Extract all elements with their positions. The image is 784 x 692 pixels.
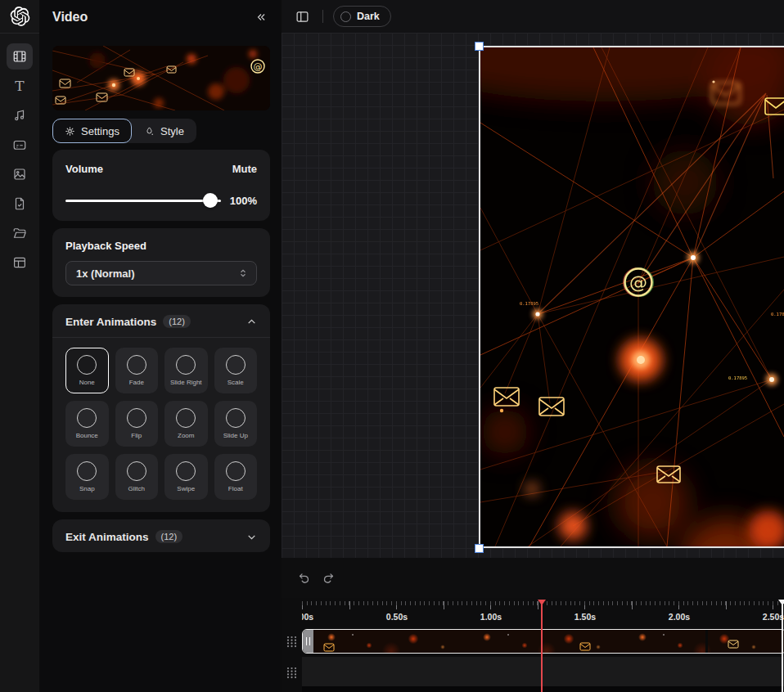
ruler-label-1: 0.50s (386, 612, 408, 622)
sidebar-item-projects[interactable] (7, 220, 33, 246)
folder-icon (12, 226, 27, 240)
sidebar-item-video[interactable] (7, 43, 33, 70)
timeline-tracks: 0.00s 0.50s 1.00s 1.50s 2.00s 2.50s (302, 598, 784, 692)
main-area: Dark (282, 0, 784, 692)
captions-icon (12, 137, 27, 152)
playback-speed-value: 1x (Normal) (76, 267, 135, 280)
animation-option-scale[interactable]: Scale (214, 348, 258, 393)
animation-preview-circle (77, 408, 97, 428)
animation-option-snap[interactable]: Snap (65, 454, 109, 500)
envelope-icon (323, 643, 335, 652)
chevron-up-icon (246, 317, 257, 327)
resize-handle-top-left[interactable] (475, 42, 484, 51)
undo-icon (297, 571, 311, 585)
animation-preview-circle (77, 461, 97, 481)
volume-label: Volume (65, 163, 103, 175)
exit-animations-header[interactable]: Exit Animations (12) (52, 519, 270, 552)
playhead[interactable] (541, 600, 543, 692)
animation-option-flip[interactable]: Flip (115, 401, 159, 447)
sidebar-item-media[interactable] (7, 161, 33, 187)
sidebar-item-files[interactable] (7, 191, 33, 217)
exit-animations-count: (12) (155, 530, 183, 543)
canvas-video-element[interactable]: @ 0.17895 0.17895 0.17895 (479, 46, 784, 548)
ruler-label-0: 0.00s (302, 612, 313, 622)
clip-filmstrip (313, 630, 784, 653)
exit-animations-title: Exit Animations (65, 531, 149, 543)
timeline-video-clip[interactable] (302, 629, 784, 654)
timeline-empty-track[interactable] (302, 657, 784, 686)
volume-slider-knob[interactable] (203, 193, 218, 208)
theme-dark-button[interactable]: Dark (333, 6, 391, 27)
animation-option-none[interactable]: None (65, 348, 109, 393)
video-thumbnail[interactable]: @ (52, 46, 270, 110)
sidebar-item-layout[interactable] (7, 249, 33, 276)
sidebar-item-captions[interactable] (7, 132, 33, 158)
tab-settings-label: Settings (81, 125, 119, 137)
collapse-panel-button[interactable] (252, 8, 270, 26)
select-chevrons-icon (238, 268, 248, 278)
animation-option-fade[interactable]: Fade (115, 348, 159, 393)
track-drag-handle-empty[interactable] (286, 667, 297, 682)
animation-preview-circle (226, 461, 246, 481)
paint-drop-icon (144, 126, 155, 137)
history-toolbar (282, 558, 784, 598)
volume-slider[interactable] (65, 193, 221, 208)
animation-preview-circle (127, 355, 146, 375)
animation-option-slide-up[interactable]: Slide Up (214, 401, 258, 447)
toggle-sidebar-button[interactable] (291, 6, 313, 27)
clip-end-marker[interactable] (782, 600, 783, 692)
file-check-icon (12, 196, 27, 211)
canvas-topbar: Dark (282, 0, 784, 33)
resize-handle-bottom-left[interactable] (475, 544, 484, 553)
panel-left-icon (295, 10, 309, 24)
icon-rail: T (0, 0, 39, 692)
enter-animations-count: (12) (163, 315, 191, 328)
text-icon: T (15, 79, 24, 93)
redo-button[interactable] (318, 568, 339, 589)
timeline: 0.00s 0.50s 1.00s 1.50s 2.00s 2.50s (282, 598, 784, 692)
animation-preview-circle (127, 408, 146, 428)
sidebar-item-audio[interactable] (7, 102, 33, 128)
chevrons-left-icon (255, 11, 267, 23)
enter-animations-header[interactable]: Enter Animations (12) (52, 304, 270, 337)
animation-option-slide-right[interactable]: Slide Right (164, 348, 208, 393)
animation-preview-circle (176, 461, 196, 481)
animation-option-swipe[interactable]: Swipe (164, 454, 208, 500)
track-drag-handle-video[interactable] (286, 636, 297, 651)
page-title: Video (52, 10, 88, 25)
animation-option-bounce[interactable]: Bounce (65, 401, 109, 447)
mute-button[interactable]: Mute (232, 163, 257, 175)
video-art: @ 0.17895 0.17895 0.17895 (480, 47, 784, 546)
grip-dots-icon (286, 667, 297, 679)
animation-option-glitch[interactable]: Glitch (115, 454, 159, 500)
tab-settings[interactable]: Settings (52, 119, 132, 143)
undo-button[interactable] (293, 568, 314, 589)
theme-button-label: Dark (357, 11, 380, 22)
rail-items: T (7, 43, 33, 276)
panel-header: Video (39, 0, 282, 34)
tab-style[interactable]: Style (132, 119, 196, 143)
tab-style-label: Style (160, 125, 184, 137)
clip-trim-handle-left[interactable] (303, 630, 313, 653)
playback-speed-card: Playback Speed 1x (Normal) (52, 228, 270, 297)
redo-icon (322, 571, 336, 585)
gear-icon (65, 126, 75, 137)
ruler-label-3: 1.50s (574, 612, 596, 622)
video-overlay-label: 0.17895 (520, 301, 538, 306)
video-overlay-label: 0.17895 (728, 375, 747, 380)
dark-theme-swatch-icon (340, 11, 351, 22)
volume-card: Volume Mute 100% (52, 150, 270, 221)
enter-animations-grid: None Fade Slide Right Scale Bounce Flip … (52, 338, 270, 512)
animation-option-zoom[interactable]: Zoom (164, 401, 208, 447)
animation-option-float[interactable]: Float (214, 454, 258, 500)
volume-value: 100% (221, 195, 257, 207)
openai-logo[interactable] (0, 0, 39, 34)
playback-speed-select[interactable]: 1x (Normal) (65, 261, 257, 285)
svg-text:@: @ (254, 61, 263, 72)
layout-icon (12, 255, 27, 270)
editor-canvas[interactable]: @ 0.17895 0.17895 0.17895 (282, 33, 784, 558)
sidebar-item-text[interactable]: T (7, 73, 33, 99)
animation-preview-circle (176, 355, 196, 375)
video-thumbnail-art: @ (52, 46, 270, 110)
volume-slider-track (65, 200, 221, 202)
